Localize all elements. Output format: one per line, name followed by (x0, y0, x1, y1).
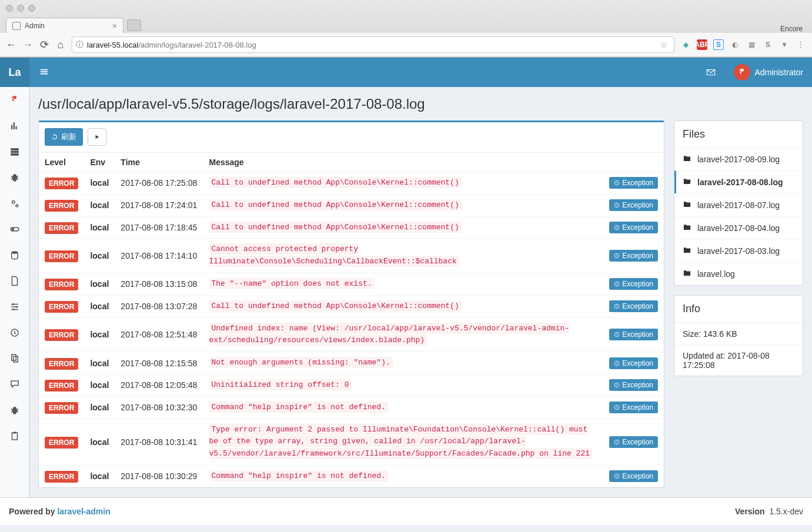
exception-button[interactable]: Exception (609, 470, 658, 482)
level-badge: ERROR (45, 358, 78, 370)
sidebar-item-chat[interactable] (0, 372, 29, 397)
env-cell: local (84, 172, 115, 195)
menu-icon[interactable]: ⋮ (796, 39, 806, 50)
sidebar-item-sliders[interactable] (0, 294, 29, 320)
exception-button[interactable]: Exception (609, 300, 658, 312)
bookmark-icon[interactable]: ☆ (654, 40, 674, 49)
file-name: laravel-2017-08-09.log (697, 155, 780, 164)
exception-button[interactable]: Exception (609, 177, 658, 189)
time-cell: 2017-08-08 13:07:28 (115, 295, 203, 317)
exception-button[interactable]: Exception (609, 329, 658, 340)
table-row: ERRORlocal2017-08-08 12:51:48Undefined i… (39, 317, 664, 352)
window-minimize-icon[interactable] (17, 5, 24, 12)
extension-icon[interactable]: ▦ (746, 39, 757, 50)
sidebar-item-server[interactable] (0, 139, 29, 165)
extension-icon[interactable]: ◐ (730, 39, 740, 50)
files-title: Files (674, 121, 803, 148)
file-item[interactable]: laravel-2017-08-08.log (674, 170, 803, 193)
reload-button[interactable]: ⟳ (39, 38, 49, 51)
refresh-button[interactable]: 刷新 (45, 128, 83, 146)
svg-point-6 (15, 306, 17, 308)
window-close-icon[interactable] (6, 5, 13, 12)
exception-button[interactable]: Exception (609, 357, 658, 369)
exception-button[interactable]: Exception (609, 199, 658, 211)
file-item[interactable]: laravel-2017-08-04.log (674, 216, 803, 239)
message-cell: Call to undefined method App\Console\Ker… (209, 222, 462, 233)
message-cell: Call to undefined method App\Console\Ker… (209, 177, 462, 188)
svg-point-0 (12, 201, 15, 204)
table-row: ERRORlocal2017-08-08 17:24:01Call to und… (39, 194, 664, 216)
extension-icon[interactable]: ◆ (680, 39, 691, 50)
log-box: 刷新 Level Env Time Message (38, 121, 664, 488)
env-cell: local (84, 465, 115, 487)
time-cell: 2017-08-08 17:18:45 (115, 216, 203, 239)
sidebar-item-copy[interactable] (0, 346, 29, 372)
footer-link[interactable]: laravel-admin (57, 507, 110, 516)
sidebar-item-clock[interactable] (0, 320, 29, 346)
table-row: ERRORlocal2017-08-08 10:30:29Command "he… (39, 465, 664, 487)
browser-tab[interactable]: Admin × (6, 18, 123, 33)
version-label: Version (735, 507, 765, 516)
sidebar-item-dashboard[interactable] (0, 87, 29, 113)
col-message: Message (203, 153, 604, 172)
env-cell: local (84, 396, 115, 419)
files-panel: Files laravel-2017-08-09.loglaravel-2017… (674, 121, 803, 286)
svg-point-1 (15, 205, 18, 207)
col-time: Time (115, 153, 203, 172)
messages-button[interactable] (697, 58, 725, 87)
file-item[interactable]: laravel-2017-08-03.log (674, 239, 803, 262)
sidebar-item-clipboard[interactable] (0, 423, 29, 449)
table-row: ERRORlocal2017-08-08 17:14:10Cannot acce… (39, 239, 664, 273)
svg-point-4 (11, 251, 18, 254)
time-cell: 2017-08-08 13:15:08 (115, 273, 203, 295)
exception-button[interactable]: Exception (609, 379, 658, 391)
level-badge: ERROR (45, 301, 78, 313)
log-table: Level Env Time Message ERRORlocal2017-08… (39, 152, 664, 487)
user-menu[interactable]: Administrator (725, 58, 812, 87)
env-cell: local (84, 419, 115, 465)
new-tab-button[interactable] (127, 19, 141, 31)
play-button[interactable] (88, 128, 106, 146)
file-item[interactable]: laravel.log (674, 262, 803, 285)
exception-button[interactable]: Exception (609, 250, 658, 262)
table-row: ERRORlocal2017-08-08 13:07:28Call to und… (39, 295, 664, 317)
back-button[interactable]: ← (6, 39, 16, 51)
address-bar[interactable]: ⓘ laravel-55.local/admin/logs/laravel-20… (72, 36, 674, 53)
env-cell: local (84, 239, 115, 273)
svg-rect-11 (12, 433, 17, 440)
home-button[interactable]: ⌂ (55, 39, 66, 51)
level-badge: ERROR (45, 437, 78, 449)
exception-button[interactable]: Exception (609, 436, 658, 448)
exception-button[interactable]: Exception (609, 278, 658, 290)
sidebar-item-debug[interactable] (0, 397, 29, 423)
exception-button[interactable]: Exception (609, 222, 658, 233)
info-updated: Updated at: 2017-08-08 17:25:08 (674, 344, 803, 376)
sidebar-item-toggle[interactable] (0, 216, 29, 242)
logo[interactable]: La (0, 58, 29, 87)
table-row: ERRORlocal2017-08-08 17:18:45Call to und… (39, 216, 664, 239)
extension-icon[interactable]: ▼ (779, 39, 790, 50)
table-row: ERRORlocal2017-08-08 12:05:48Uninitializ… (39, 374, 664, 396)
sidebar-item-gears[interactable] (0, 190, 29, 216)
table-row: ERRORlocal2017-08-08 12:15:58Not enough … (39, 352, 664, 374)
file-item[interactable]: laravel-2017-08-07.log (674, 193, 803, 216)
exception-button[interactable]: Exception (609, 401, 658, 413)
level-badge: ERROR (45, 380, 78, 392)
folder-icon (683, 154, 691, 165)
extension-icon[interactable]: S (713, 39, 724, 50)
file-name: laravel-2017-08-03.log (697, 246, 780, 256)
sidebar-toggle[interactable] (29, 68, 59, 78)
sidebar-item-bug[interactable] (0, 165, 29, 190)
info-icon[interactable]: ⓘ (72, 39, 87, 50)
sidebar-item-file[interactable] (0, 268, 29, 294)
env-cell: local (84, 194, 115, 216)
sidebar-item-chart[interactable] (0, 113, 29, 139)
file-item[interactable]: laravel-2017-08-09.log (674, 148, 803, 170)
footer: Powered by laravel-admin Version 1.5.x-d… (0, 497, 812, 525)
abp-icon[interactable]: ABP (697, 39, 707, 50)
info-size: Size: 143.6 KB (674, 323, 803, 344)
sidebar-item-database[interactable] (0, 242, 29, 268)
window-maximize-icon[interactable] (28, 5, 35, 12)
close-tab-icon[interactable]: × (112, 21, 117, 31)
extension-icon[interactable]: S (763, 39, 773, 50)
